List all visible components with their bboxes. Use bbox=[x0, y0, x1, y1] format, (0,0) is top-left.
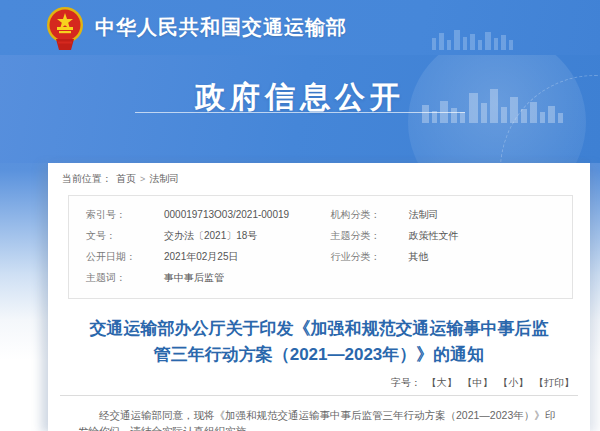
document-meta-table: 索引号： 000019713O03/2021-00019 文号： 交办法〔202… bbox=[68, 195, 573, 299]
meta-value: 其他 bbox=[409, 246, 429, 267]
meta-row-index-number: 索引号： 000019713O03/2021-00019 bbox=[69, 204, 321, 225]
meta-value: 000019713O03/2021-00019 bbox=[164, 204, 289, 225]
font-size-toolbar: 字号： 【大】 【中】 【小】 【打印】 bbox=[48, 376, 574, 390]
title-divider bbox=[60, 395, 578, 396]
site-title: 中华人民共和国交通运输部 bbox=[95, 14, 347, 41]
document-body-paragraph: 经交通运输部同意，现将《加强和规范交通运输事中事后监管三年行动方案（2021—2… bbox=[78, 407, 560, 431]
meta-label: 行业分类： bbox=[331, 246, 391, 267]
breadcrumb-home-link[interactable]: 首页 bbox=[116, 172, 136, 186]
meta-column-left: 索引号： 000019713O03/2021-00019 文号： 交办法〔202… bbox=[69, 204, 321, 288]
page-banner: 政府信息公开 bbox=[0, 55, 600, 163]
meta-label: 主题分类： bbox=[331, 225, 391, 246]
font-size-label: 字号： bbox=[391, 377, 421, 388]
meta-label: 机构分类： bbox=[331, 204, 391, 225]
meta-row-doc-number: 文号： 交办法〔2021〕18号 bbox=[69, 225, 321, 246]
breadcrumb-section-link[interactable]: 法制司 bbox=[149, 172, 179, 186]
meta-value: 法制司 bbox=[409, 204, 439, 225]
meta-row-industry-category: 行业分类： 其他 bbox=[321, 246, 573, 267]
site-header: 中华人民共和国交通运输部 bbox=[0, 0, 600, 55]
meta-label: 公开日期： bbox=[86, 246, 146, 267]
meta-label: 文号： bbox=[86, 225, 146, 246]
content-panel: 当前位置： 首页 > 法制司 索引号： 000019713O03/2021-00… bbox=[48, 163, 590, 431]
breadcrumb: 当前位置： 首页 > 法制司 bbox=[48, 163, 590, 186]
font-size-medium-button[interactable]: 【中】 bbox=[462, 377, 492, 388]
document-title: 交通运输部办公厅关于印发《加强和规范交通运输事中事后监管三年行动方案（2021—… bbox=[82, 316, 556, 368]
meta-column-right: 机构分类： 法制司 主题分类： 政策性文件 行业分类： 其他 bbox=[321, 204, 573, 288]
meta-row-publish-date: 公开日期： 2021年02月25日 bbox=[69, 246, 321, 267]
banner-underline bbox=[135, 112, 465, 113]
breadcrumb-label: 当前位置： bbox=[62, 172, 112, 186]
meta-value: 事中事后监管 bbox=[164, 267, 224, 288]
header-skyline-decoration bbox=[430, 28, 520, 50]
meta-label: 主题词： bbox=[86, 267, 146, 288]
meta-value: 2021年02月25日 bbox=[164, 246, 239, 267]
national-emblem-icon bbox=[44, 6, 86, 50]
breadcrumb-separator: > bbox=[140, 174, 145, 184]
meta-row-topic-category: 主题分类： 政策性文件 bbox=[321, 225, 573, 246]
meta-value: 政策性文件 bbox=[409, 225, 459, 246]
font-size-small-button[interactable]: 【小】 bbox=[498, 377, 528, 388]
meta-row-keywords: 主题词： 事中事后监管 bbox=[69, 267, 321, 288]
meta-value: 交办法〔2021〕18号 bbox=[164, 225, 257, 246]
meta-row-org-category: 机构分类： 法制司 bbox=[321, 204, 573, 225]
font-size-large-button[interactable]: 【大】 bbox=[427, 377, 457, 388]
print-button[interactable]: 【打印】 bbox=[534, 377, 574, 388]
meta-label: 索引号： bbox=[86, 204, 146, 225]
